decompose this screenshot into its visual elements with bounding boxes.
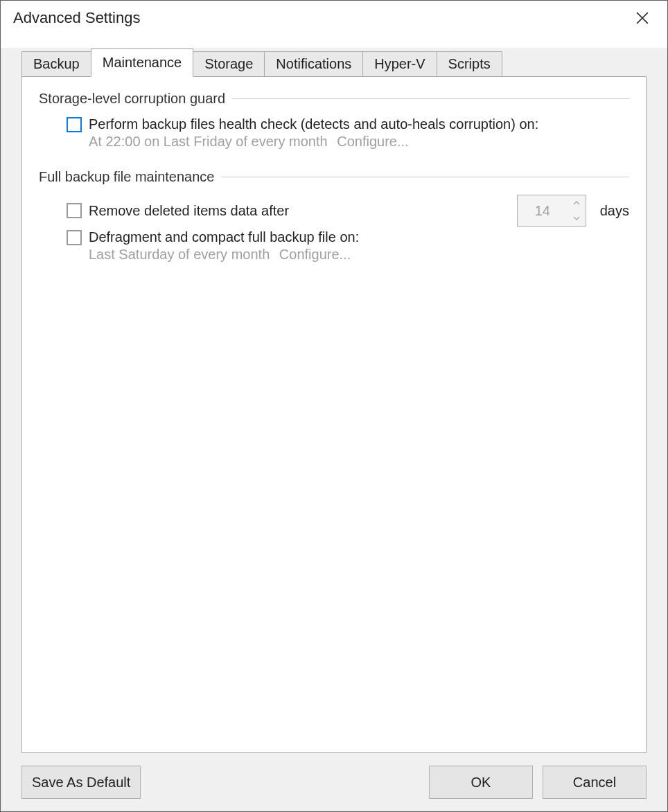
spinner-up-button[interactable] <box>568 195 586 211</box>
tab-backup[interactable]: Backup <box>21 51 91 77</box>
defrag-schedule: Last Saturday of every month Configure..… <box>39 247 629 270</box>
dialog-content: Backup Maintenance Storage Notifications… <box>1 48 667 811</box>
tab-maintenance[interactable]: Maintenance <box>91 48 194 77</box>
defrag-checkbox[interactable] <box>67 230 82 245</box>
spinner-value: 14 <box>518 203 568 219</box>
group-full-backup: Full backup file maintenance Remove dele… <box>39 169 629 270</box>
health-check-row: Perform backup files health check (detec… <box>39 115 629 134</box>
health-check-label: Perform backup files health check (detec… <box>89 116 629 132</box>
tab-panel-maintenance: Storage-level corruption guard Perform b… <box>21 76 647 753</box>
divider <box>221 177 629 177</box>
spinner-buttons <box>568 195 586 226</box>
remove-deleted-label: Remove deleted items data after <box>89 203 510 219</box>
chevron-down-icon <box>573 215 580 221</box>
tab-notifications[interactable]: Notifications <box>264 51 363 77</box>
group-title: Full backup file maintenance <box>39 169 214 185</box>
cancel-button[interactable]: Cancel <box>543 766 647 799</box>
defrag-row: Defragment and compact full backup file … <box>39 228 629 247</box>
days-spinner[interactable]: 14 <box>517 195 586 227</box>
dialog-title: Advanced Settings <box>13 9 140 27</box>
titlebar: Advanced Settings <box>1 1 667 48</box>
health-check-checkbox[interactable] <box>67 117 82 132</box>
divider <box>232 98 629 99</box>
advanced-settings-dialog: Advanced Settings Backup Maintenance Sto… <box>0 0 668 812</box>
tab-scripts[interactable]: Scripts <box>437 51 502 77</box>
spinner-down-button[interactable] <box>568 211 586 226</box>
tab-hyperv[interactable]: Hyper-V <box>362 51 437 77</box>
configure-link[interactable]: Configure... <box>337 134 408 149</box>
remove-deleted-row: Remove deleted items data after 14 d <box>39 193 629 228</box>
close-icon <box>636 12 649 24</box>
remove-deleted-checkbox[interactable] <box>67 203 82 218</box>
health-check-schedule: At 22:00 on Last Friday of every month C… <box>39 134 629 157</box>
group-corruption-guard: Storage-level corruption guard Perform b… <box>39 91 629 157</box>
days-unit: days <box>600 203 629 219</box>
group-header: Full backup file maintenance <box>39 169 629 185</box>
close-button[interactable] <box>629 8 656 28</box>
schedule-value: Last Saturday of every month <box>89 247 270 262</box>
configure-link[interactable]: Configure... <box>279 247 351 262</box>
defrag-label: Defragment and compact full backup file … <box>89 229 629 245</box>
group-title: Storage-level corruption guard <box>39 91 225 107</box>
tab-storage[interactable]: Storage <box>193 51 265 77</box>
group-header: Storage-level corruption guard <box>39 91 629 107</box>
chevron-up-icon <box>573 200 580 206</box>
ok-button[interactable]: OK <box>429 766 533 799</box>
save-as-default-button[interactable]: Save As Default <box>21 766 141 799</box>
dialog-footer: Save As Default OK Cancel <box>21 753 647 799</box>
schedule-value: At 22:00 on Last Friday of every month <box>89 134 328 149</box>
tab-bar: Backup Maintenance Storage Notifications… <box>21 48 647 76</box>
